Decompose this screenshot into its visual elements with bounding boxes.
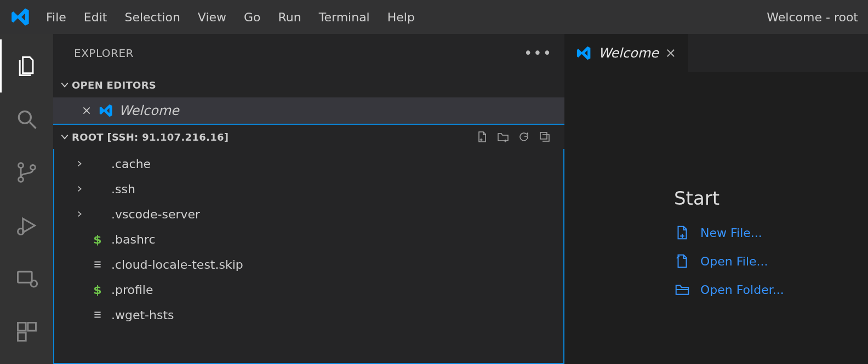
sidebar-more-icon[interactable]: ••• (524, 45, 552, 61)
menubar: File Edit Selection View Go Run Terminal… (37, 7, 424, 27)
workspace-label: ROOT [SSH: 91.107.216.16] (72, 131, 229, 143)
activity-search[interactable] (0, 93, 53, 146)
tree-file[interactable]: .cloud-locale-test.skip (54, 252, 563, 277)
welcome-start-heading: Start (674, 187, 868, 209)
chevron-right-icon (75, 160, 84, 167)
new-file-icon[interactable] (476, 130, 489, 143)
svg-point-4 (30, 165, 35, 170)
svg-rect-9 (27, 322, 36, 331)
menu-file[interactable]: File (37, 7, 75, 27)
close-icon[interactable] (82, 106, 94, 115)
menu-selection[interactable]: Selection (116, 7, 189, 27)
start-link-label: Open Folder... (700, 283, 784, 297)
sidebar-header: EXPLORER ••• (53, 34, 564, 72)
tree-file[interactable]: $.profile (54, 277, 563, 302)
file-tree: .cache.ssh.vscode-server$.bashrc.cloud-l… (53, 149, 564, 364)
activity-extensions[interactable] (0, 305, 53, 358)
vscode-file-icon (99, 103, 113, 118)
file-icon (92, 259, 104, 269)
chevron-right-icon (75, 210, 84, 218)
activity-source-control[interactable] (0, 146, 53, 199)
workspace-section[interactable]: ROOT [SSH: 91.107.216.16] (53, 124, 564, 149)
shell-file-icon: $ (92, 283, 104, 297)
menu-terminal[interactable]: Terminal (310, 7, 379, 27)
welcome-page: Start New File...Open File...Open Folder… (564, 72, 868, 298)
vscode-file-icon (576, 45, 592, 61)
activity-remote[interactable] (0, 252, 53, 305)
menu-go[interactable]: Go (235, 7, 270, 27)
tree-item-label: .bashrc (111, 233, 156, 246)
tree-folder[interactable]: .cache (54, 151, 563, 176)
start-link-open-file[interactable]: Open File... (674, 253, 868, 269)
new-folder-icon[interactable] (496, 130, 510, 143)
files-icon (15, 54, 39, 78)
tree-file[interactable]: $.bashrc (54, 227, 563, 252)
debug-icon (15, 213, 39, 238)
vscode-logo-icon (4, 7, 37, 27)
tab-welcome[interactable]: Welcome (564, 34, 688, 72)
tree-item-label: .cloud-locale-test.skip (111, 258, 243, 271)
open-editor-label: Welcome (119, 103, 179, 118)
tree-item-label: .vscode-server (111, 207, 200, 221)
tree-item-label: .wget-hsts (111, 308, 174, 322)
start-link-new-file[interactable]: New File... (674, 224, 868, 241)
search-icon (15, 107, 39, 131)
tab-label: Welcome (598, 45, 659, 61)
open-editor-item[interactable]: Welcome (53, 97, 564, 124)
chevron-down-icon (58, 80, 72, 90)
refresh-icon[interactable] (517, 130, 530, 143)
activity-explorer[interactable] (0, 39, 53, 93)
tree-file[interactable]: .wget-hsts (54, 302, 563, 327)
svg-line-1 (30, 122, 36, 128)
svg-rect-6 (18, 271, 32, 282)
file-icon (92, 310, 104, 320)
open-folder-icon (674, 281, 690, 298)
menu-edit[interactable]: Edit (75, 7, 116, 27)
svg-point-0 (19, 111, 31, 123)
open-editors-section[interactable]: OPEN EDITORS (53, 72, 564, 97)
chevron-right-icon (75, 185, 84, 193)
open-file-icon (674, 253, 690, 269)
tree-item-label: .cache (111, 157, 151, 171)
start-link-open-folder[interactable]: Open Folder... (674, 281, 868, 298)
new-file-icon (674, 224, 690, 241)
explorer-sidebar: EXPLORER ••• OPEN EDITORS Welcome ROOT [… (53, 34, 564, 364)
window-title: Welcome - root (767, 10, 860, 24)
remote-icon (15, 267, 39, 291)
branch-icon (15, 160, 39, 184)
collapse-all-icon[interactable] (538, 130, 551, 143)
start-link-label: New File... (700, 226, 762, 240)
svg-point-7 (30, 280, 37, 287)
svg-point-3 (18, 177, 23, 182)
start-link-label: Open File... (700, 255, 768, 268)
editor-area: Welcome Start New File...Open File...Ope… (564, 34, 868, 364)
activity-bar (0, 34, 53, 364)
svg-rect-11 (540, 132, 547, 139)
close-icon[interactable] (665, 48, 676, 59)
tree-folder[interactable]: .vscode-server (54, 201, 563, 227)
sidebar-title: EXPLORER (74, 47, 134, 60)
menu-run[interactable]: Run (270, 7, 310, 27)
tree-item-label: .ssh (111, 182, 135, 196)
svg-rect-8 (18, 322, 26, 331)
titlebar: File Edit Selection View Go Run Terminal… (0, 0, 868, 34)
tree-item-label: .profile (111, 283, 153, 297)
svg-point-2 (18, 163, 23, 167)
svg-rect-10 (18, 332, 26, 340)
editor-tab-bar: Welcome (564, 34, 868, 72)
chevron-down-icon (58, 132, 72, 142)
menu-help[interactable]: Help (379, 7, 424, 27)
menu-view[interactable]: View (189, 7, 235, 27)
extensions-icon (15, 320, 39, 344)
shell-file-icon: $ (92, 233, 104, 246)
tree-folder[interactable]: .ssh (54, 176, 563, 201)
open-editors-label: OPEN EDITORS (72, 79, 156, 91)
activity-run-debug[interactable] (0, 199, 53, 252)
